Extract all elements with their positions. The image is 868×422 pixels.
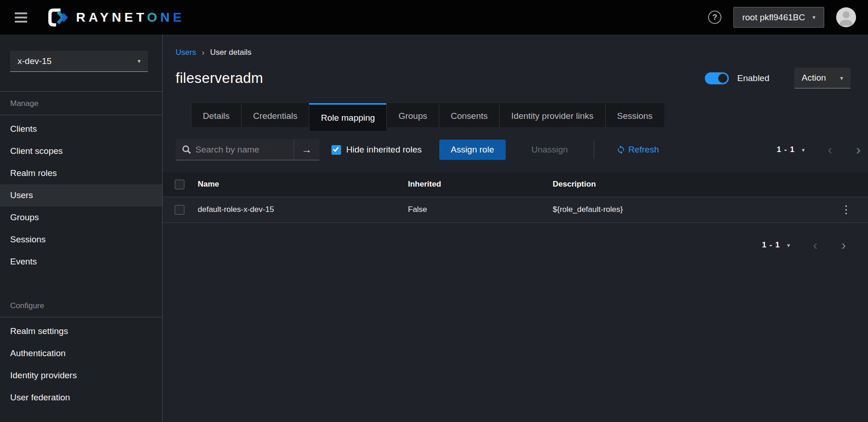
breadcrumb-separator-icon: › (201, 47, 204, 58)
page-body: x-dev-15 ▾ Manage Clients Client scopes … (0, 35, 868, 422)
table-row: default-roles-x-dev-15 False ${role_defa… (163, 197, 868, 223)
refresh-label: Refresh (628, 145, 659, 155)
tab[interactable]: Role mapping (309, 103, 386, 131)
realm-selector-label: x-dev-15 (18, 56, 52, 66)
bottom-pagination: 1 - 1 ▾ ‹ › (762, 239, 846, 252)
action-dropdown[interactable]: Action ▾ (794, 68, 850, 88)
sidebar-item[interactable]: Realm settings (0, 320, 162, 342)
user-menu-dropdown[interactable]: root pkfl9461BC ▾ (733, 7, 824, 28)
realm-selector[interactable]: x-dev-15 ▾ (10, 51, 148, 72)
cell-description: ${role_default-roles} (553, 197, 824, 223)
tab[interactable]: Identity provider links (499, 103, 605, 127)
toggle-knob (718, 74, 727, 83)
avatar-icon (836, 7, 856, 27)
enabled-toggle[interactable] (705, 72, 729, 84)
cell-role-name: default-roles-x-dev-15 (198, 197, 408, 223)
breadcrumb-current: User details (210, 48, 252, 57)
toolbar: → Hide inherited roles Assign role Unass… (163, 131, 868, 160)
column-header-name: Name (198, 172, 408, 197)
action-dropdown-label: Action (802, 73, 826, 83)
sidebar-item[interactable]: Identity providers (0, 364, 162, 387)
search-submit-button[interactable]: → (294, 139, 319, 160)
bottom-bar: 1 - 1 ▾ ‹ › (163, 223, 868, 252)
brand-logo[interactable]: RAYNETONE (47, 8, 185, 27)
sidebar-manage-list: Clients Client scopes Realm roles Users … (0, 115, 162, 275)
pagination-range: 1 - 1 (762, 240, 780, 250)
tab-bar: Details Credentials Role mapping Groups … (191, 103, 868, 131)
page-head: Users › User details fileserveradm Enabl… (163, 35, 868, 88)
title-row: fileserveradm Enabled Action ▾ (176, 68, 850, 88)
tab[interactable]: Groups (386, 103, 438, 127)
caret-down-icon: ▾ (840, 75, 843, 81)
caret-down-icon: ▾ (812, 14, 815, 20)
roles-table: Name Inherited Description default-roles… (163, 172, 868, 223)
unassign-button[interactable]: Unassign (531, 145, 568, 155)
sidebar-item[interactable]: Clients (0, 118, 162, 140)
hamburger-menu-icon[interactable] (12, 10, 30, 25)
caret-down-icon[interactable]: ▾ (802, 147, 805, 153)
row-checkbox[interactable] (175, 205, 184, 215)
header-actions: Enabled Action ▾ (705, 68, 850, 88)
tab[interactable]: Credentials (241, 103, 309, 127)
hide-inherited-label: Hide inherited roles (346, 145, 422, 155)
sidebar-item[interactable]: Groups (0, 206, 162, 229)
topbar: RAYNETONE root pkfl9461BC ▾ (0, 0, 868, 35)
pagination-range: 1 - 1 (777, 145, 795, 154)
sidebar-section-manage: Manage (0, 92, 162, 115)
sidebar-item[interactable]: Users (0, 184, 162, 206)
sidebar: x-dev-15 ▾ Manage Clients Client scopes … (0, 35, 163, 422)
enabled-label: Enabled (737, 73, 769, 83)
sidebar-item[interactable]: Client scopes (0, 140, 162, 162)
chevron-left-icon[interactable]: ‹ (828, 143, 833, 157)
brand-mark-icon (47, 8, 69, 27)
chevron-left-icon[interactable]: ‹ (813, 239, 818, 252)
avatar[interactable] (836, 7, 856, 27)
assign-role-button[interactable]: Assign role (439, 140, 506, 160)
refresh-icon (616, 145, 626, 154)
caret-down-icon: ▾ (137, 58, 141, 64)
hide-inherited-group[interactable]: Hide inherited roles (331, 145, 422, 155)
hide-inherited-checkbox[interactable] (331, 145, 341, 155)
column-header-description: Description (553, 172, 824, 197)
main-content: Users › User details fileserveradm Enabl… (163, 35, 868, 422)
sidebar-configure-list: Realm settings Authentication Identity p… (0, 317, 162, 411)
refresh-button[interactable]: Refresh (616, 145, 659, 155)
cell-inherited: False (408, 197, 553, 223)
brand-name: RAYNETONE (76, 10, 185, 25)
sidebar-item[interactable]: Sessions (0, 229, 162, 251)
check-icon (333, 146, 339, 152)
select-all-checkbox[interactable] (175, 180, 184, 189)
tab[interactable]: Sessions (605, 103, 664, 127)
column-header-inherited: Inherited (408, 172, 553, 197)
help-icon[interactable] (708, 11, 721, 24)
tab[interactable]: Consents (439, 103, 499, 127)
caret-down-icon[interactable]: ▾ (787, 242, 790, 248)
app-root: RAYNETONE root pkfl9461BC ▾ x-dev-15 ▾ (0, 0, 868, 422)
user-menu-label: root pkfl9461BC (742, 12, 805, 23)
topbar-right: root pkfl9461BC ▾ (708, 7, 856, 28)
search-input[interactable] (195, 145, 294, 155)
search-group: → (176, 139, 319, 160)
page-title: fileserveradm (176, 70, 263, 87)
breadcrumb-link-users[interactable]: Users (176, 48, 196, 57)
toolbar-divider (594, 141, 594, 159)
sidebar-item[interactable]: Realm roles (0, 162, 162, 184)
sidebar-section-configure: Configure (0, 294, 162, 317)
search-icon (182, 145, 191, 154)
breadcrumb: Users › User details (176, 47, 850, 58)
sidebar-item[interactable]: Events (0, 251, 162, 273)
table-header-row: Name Inherited Description (163, 172, 868, 197)
chevron-right-icon[interactable]: › (856, 143, 861, 157)
tab[interactable]: Details (191, 103, 241, 127)
chevron-right-icon[interactable]: › (841, 239, 846, 252)
kebab-menu-icon[interactable]: ⋮ (841, 203, 852, 216)
toolbar-pagination: 1 - 1 ▾ ‹ › (777, 143, 861, 157)
sidebar-item[interactable]: Authentication (0, 342, 162, 364)
sidebar-item[interactable]: User federation (0, 387, 162, 409)
